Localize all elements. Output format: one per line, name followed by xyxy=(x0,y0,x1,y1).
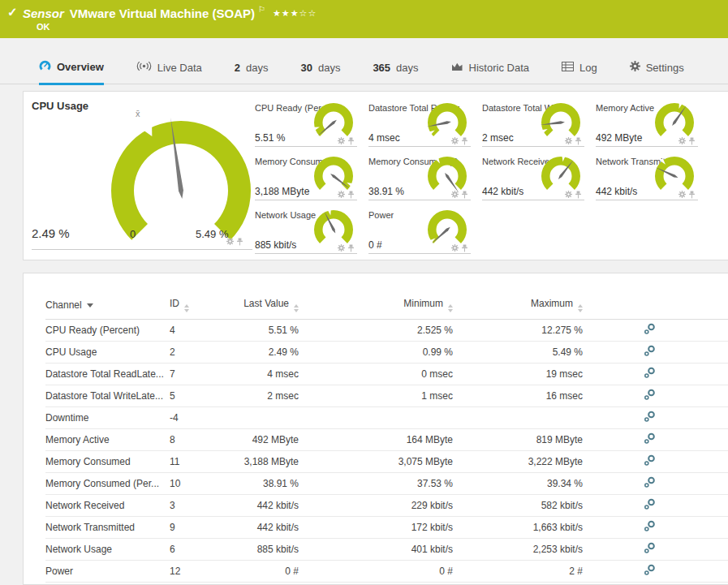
pin-icon[interactable] xyxy=(236,238,243,246)
channel-last-value: 442 kbit/s xyxy=(218,517,299,539)
gear-icon[interactable] xyxy=(338,137,345,144)
tab-30-days[interactable]: 30days xyxy=(300,62,340,85)
gear-icon[interactable] xyxy=(451,191,459,198)
channel-maximum: 819 MByte xyxy=(453,429,583,451)
channel-settings-icon[interactable] xyxy=(643,366,657,380)
column-header-channel[interactable]: Channel xyxy=(45,291,170,320)
gear-icon[interactable] xyxy=(226,238,234,245)
gauge-memory-consumed[interactable]: Memory Consumed3,188 MByte xyxy=(255,157,357,200)
channel-row-network-received[interactable]: Network Received3442 kbit/s229 kbit/s582… xyxy=(45,495,728,517)
tab-overview[interactable]: Overview xyxy=(39,60,104,85)
gauge-action-icons xyxy=(678,191,696,199)
gauge-memory-active[interactable]: Memory Active492 MByte xyxy=(596,103,698,147)
channel-last-value: 885 kbit/s xyxy=(218,539,299,561)
channel-row-power[interactable]: Power120 #0 #2 # xyxy=(45,561,728,583)
channel-last-value: 3,188 MByte xyxy=(218,451,299,473)
gauge-network-received[interactable]: Network Received442 kbit/s xyxy=(482,157,584,200)
channel-name: Network Transmitted xyxy=(45,517,170,539)
channel-settings-icon[interactable] xyxy=(643,497,657,511)
channel-row-memory-consumed[interactable]: Memory Consumed113,188 MByte3,075 MByte3… xyxy=(45,451,728,473)
channel-row-cpu-ready-percent[interactable]: CPU Ready (Percent)45.51 %2.525 %12.275 … xyxy=(45,320,728,342)
gauge-label: Memory Active xyxy=(596,103,654,113)
tab-label: Settings xyxy=(646,62,684,74)
gear-icon[interactable] xyxy=(565,191,572,198)
gear-icon xyxy=(630,61,640,74)
channel-maximum: 1,663 kbit/s xyxy=(453,517,583,539)
pin-icon[interactable] xyxy=(461,244,468,252)
channel-settings-icon[interactable] xyxy=(643,541,657,555)
channel-last-value: 38.91 % xyxy=(218,473,299,495)
channel-id: 4 xyxy=(170,320,218,342)
gauge-datastore-total-writel[interactable]: Datastore Total WriteL...2 msec xyxy=(482,103,584,147)
channel-name: Downtime xyxy=(45,407,170,429)
tab-log[interactable]: Log xyxy=(562,62,597,85)
pin-icon[interactable] xyxy=(461,191,468,199)
channel-settings-icon[interactable] xyxy=(643,454,657,467)
tab-label: Log xyxy=(579,62,597,74)
pin-icon[interactable] xyxy=(347,244,355,252)
column-header-minimum[interactable]: Minimum xyxy=(299,291,453,320)
tab-live-data[interactable]: Live Data xyxy=(136,61,202,85)
gear-icon[interactable] xyxy=(678,191,686,198)
priority-stars[interactable]: ★★★☆☆ xyxy=(273,8,317,18)
gear-icon[interactable] xyxy=(451,137,459,144)
gauge-memory-consumed-p[interactable]: Memory Consumed (P...38.91 % xyxy=(368,157,471,200)
tab-label: Overview xyxy=(57,61,104,73)
gauge-datastore-total-readla[interactable]: Datastore Total ReadLa...4 msec xyxy=(368,103,471,147)
channel-settings-icon[interactable] xyxy=(643,344,657,358)
tab-2-days[interactable]: 2days xyxy=(235,62,269,85)
channel-settings-icon[interactable] xyxy=(643,475,657,489)
favorite-flag-icon[interactable]: ⚐ xyxy=(258,5,265,14)
channel-maximum: 3,222 MByte xyxy=(453,451,583,473)
channel-settings-icon[interactable] xyxy=(643,322,657,336)
channel-row-memory-consumed-per[interactable]: Memory Consumed (Per...1038.91 %37.53 %3… xyxy=(45,473,728,495)
gauge-action-icons xyxy=(565,191,582,199)
tab-365-days[interactable]: 365days xyxy=(373,62,418,85)
tab-range-number: 2 xyxy=(235,62,240,74)
tab-label: days xyxy=(396,62,418,74)
gear-icon[interactable] xyxy=(338,244,345,252)
channel-row-datastore-total-readlate[interactable]: Datastore Total ReadLate...74 msec0 msec… xyxy=(45,363,728,385)
tab-settings[interactable]: Settings xyxy=(630,61,684,85)
channel-row-network-transmitted[interactable]: Network Transmitted9442 kbit/s172 kbit/s… xyxy=(45,517,728,539)
gauge-action-icons xyxy=(451,137,468,145)
channel-id: 5 xyxy=(170,385,218,407)
gear-icon[interactable] xyxy=(451,244,459,252)
channel-settings-icon[interactable] xyxy=(643,388,657,402)
channel-name: Memory Active xyxy=(45,429,170,451)
channel-settings-icon[interactable] xyxy=(643,563,657,577)
gear-icon[interactable] xyxy=(678,137,686,144)
pin-icon[interactable] xyxy=(688,191,696,199)
pin-icon[interactable] xyxy=(575,191,582,199)
gear-icon[interactable] xyxy=(338,191,345,198)
channel-row-memory-active[interactable]: Memory Active8492 MByte164 MByte819 MByt… xyxy=(45,429,728,451)
gauge-power[interactable]: Power0 # xyxy=(368,210,471,254)
gauge-network-transmitted[interactable]: Network Transmitted442 kbit/s xyxy=(596,157,698,200)
channel-settings-icon[interactable] xyxy=(643,432,657,445)
column-header-id[interactable]: ID xyxy=(170,291,218,320)
pin-icon[interactable] xyxy=(347,191,355,199)
channel-row-downtime[interactable]: Downtime-4 xyxy=(45,407,728,429)
gear-icon[interactable] xyxy=(565,137,572,144)
pin-icon[interactable] xyxy=(575,137,582,145)
column-label: Minimum xyxy=(403,298,443,309)
gauge-network-usage[interactable]: Network Usage885 kbit/s xyxy=(255,210,357,254)
channel-settings-icon[interactable] xyxy=(643,519,657,533)
pin-icon[interactable] xyxy=(688,137,696,145)
channel-settings-icon[interactable] xyxy=(643,410,657,424)
column-header-maximum[interactable]: Maximum xyxy=(453,291,583,320)
channel-maximum: 2 # xyxy=(453,561,583,583)
channel-minimum: 0 msec xyxy=(299,363,453,385)
gauge-value: 5.51 % xyxy=(255,132,285,144)
channel-last-value: 0 # xyxy=(218,561,299,583)
gauge-cpu-ready-percent[interactable]: CPU Ready (Percent)5.51 % xyxy=(255,103,357,147)
channel-id: 8 xyxy=(170,429,218,451)
pin-icon[interactable] xyxy=(347,137,355,145)
tab-historic-data[interactable]: Historic Data xyxy=(451,62,529,85)
channel-row-cpu-usage[interactable]: CPU Usage22.49 %0.99 %5.49 % xyxy=(45,342,728,363)
column-header-last-value[interactable]: Last Value xyxy=(218,291,299,320)
channel-row-datastore-total-writelate[interactable]: Datastore Total WriteLate...52 msec1 mse… xyxy=(45,385,728,407)
channel-row-network-usage[interactable]: Network Usage6885 kbit/s401 kbit/s2,253 … xyxy=(45,539,728,561)
pin-icon[interactable] xyxy=(461,137,468,145)
column-header-actions xyxy=(583,291,728,320)
